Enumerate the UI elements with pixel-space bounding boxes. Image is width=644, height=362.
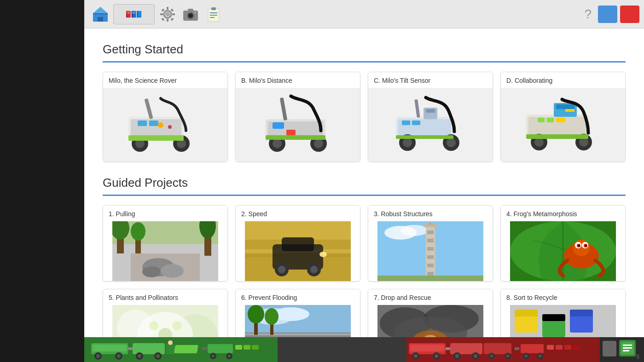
svg-rect-18 [160,13,163,15]
svg-rect-66 [426,109,435,113]
card-image-rescue [368,305,493,337]
blue-mode-button[interactable] [598,6,617,23]
svg-rect-102 [282,237,314,251]
getting-started-title: Getting Started [103,42,626,57]
svg-rect-204 [450,343,482,354]
svg-rect-19 [172,13,175,15]
bottom-green-section [84,337,278,362]
svg-rect-33 [211,7,216,10]
svg-rect-162 [542,314,565,321]
svg-point-94 [161,264,184,278]
svg-rect-57 [286,130,296,135]
card-speed[interactable]: 2. Speed [235,205,360,282]
home-button[interactable] [90,4,110,24]
svg-point-106 [310,266,318,273]
card-milo-rover[interactable]: Milo, the Science Rover [103,72,228,162]
card-image-collaborating [501,88,625,161]
svg-point-186 [168,340,173,345]
card-pulling[interactable]: 1. Pulling [103,205,228,282]
svg-rect-209 [484,343,511,354]
card-image-flooding [236,305,360,337]
svg-rect-164 [570,310,593,316]
svg-rect-45 [149,121,158,126]
svg-rect-22 [170,8,174,11]
svg-point-177 [96,354,100,358]
svg-rect-115 [427,247,434,251]
svg-rect-36 [210,17,215,18]
card-label-milos-tilt: C. Milo's Tilt Sensor [368,72,493,88]
card-robust-structures[interactable]: 3. Robust Structures [368,205,493,282]
svg-rect-214 [515,347,519,350]
svg-rect-120 [377,276,483,281]
card-collaborating[interactable]: D. Collaborating [500,72,626,162]
settings-button[interactable] [157,4,178,24]
svg-point-208 [474,354,477,358]
card-label-robust: 3. Robust Structures [368,206,493,221]
bottom-icon-gray[interactable] [603,341,616,356]
svg-rect-161 [542,319,565,337]
svg-rect-203 [446,347,450,350]
bottom-icon-green[interactable] [619,340,636,356]
svg-rect-29 [188,9,193,11]
svg-point-131 [578,245,580,247]
svg-point-192 [212,355,215,357]
svg-point-138 [149,321,158,330]
card-sort-recycle[interactable]: 8. Sort to Recycle [500,289,626,337]
svg-rect-220 [547,345,554,350]
svg-rect-13 [137,11,138,17]
guided-projects-grid: 1. Pulling [103,205,626,337]
svg-point-47 [158,122,163,128]
svg-rect-117 [427,264,434,267]
card-frogs-metamorphosis[interactable]: 4. Frog's Metamorphosis [500,205,626,282]
page-number: 5 [636,354,639,360]
svg-point-148 [265,308,278,325]
guided-projects-divider [103,195,626,196]
svg-rect-11 [132,13,135,13]
card-plants-pollinators[interactable]: 5. Plants and Pollinators [103,289,228,337]
svg-point-91 [131,222,145,241]
svg-point-201 [414,354,418,358]
notes-button[interactable] [203,4,224,24]
svg-point-30 [194,11,196,13]
svg-rect-68 [396,135,453,139]
svg-rect-67 [414,99,420,118]
svg-point-107 [319,252,327,257]
card-image-milo-rover [103,88,227,161]
svg-rect-78 [556,104,574,109]
svg-rect-23 [161,17,164,21]
svg-point-193 [228,355,231,357]
card-prevent-flooding[interactable]: 6. Prevent Flooding [235,289,360,337]
svg-point-132 [585,245,587,247]
svg-rect-43 [144,98,153,119]
camera-button[interactable] [180,4,201,24]
card-label-flooding: 6. Prevent Flooding [236,289,360,305]
card-image-speed [236,221,360,281]
svg-point-95 [142,266,161,277]
svg-rect-55 [280,97,288,121]
card-milos-distance[interactable]: B. Milo's Distance [235,72,360,162]
svg-rect-174 [93,345,127,351]
svg-rect-118 [427,272,434,276]
book-library-button[interactable] [113,4,155,24]
card-image-robust [368,221,493,281]
svg-point-62 [403,138,412,147]
svg-point-146 [248,305,264,323]
svg-rect-215 [521,344,544,353]
svg-rect-58 [266,135,325,140]
svg-rect-6 [127,12,130,12]
svg-rect-198 [410,345,444,351]
app-window: ? Getting Started Milo, the Science Rove… [84,0,644,362]
svg-point-212 [490,355,493,357]
red-close-button[interactable] [620,6,639,23]
help-button[interactable]: ? [580,5,595,23]
card-drop-rescue[interactable]: 7. Drop and Rescue [368,289,493,337]
card-label-recycle: 8. Sort to Recycle [501,289,625,305]
svg-point-202 [435,354,438,358]
getting-started-grid: Milo, the Science Rover [103,72,626,162]
bottom-toolbar: 5 [84,337,644,362]
svg-rect-34 [210,12,217,13]
svg-rect-179 [128,347,133,350]
svg-rect-3 [93,13,108,14]
card-label-pulling: 1. Pulling [103,206,227,221]
card-milos-tilt[interactable]: C. Milo's Tilt Sensor [368,72,493,162]
